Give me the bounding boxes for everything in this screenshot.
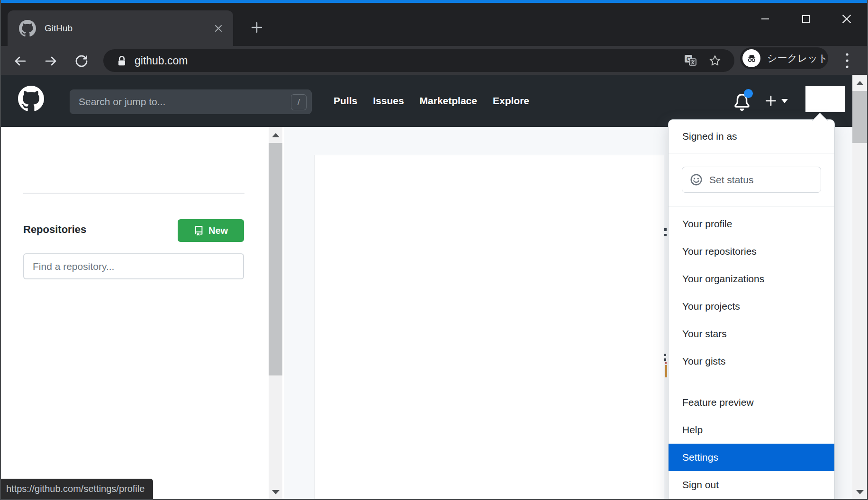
search-shortcut-hint: / (291, 94, 307, 110)
feed-card (314, 155, 664, 500)
menu-links: Your profile Your repositories Your orga… (669, 206, 834, 379)
nav-pulls[interactable]: Pulls (334, 95, 357, 107)
translate-button[interactable]: G (683, 54, 697, 68)
user-dropdown-menu: Signed in as Set status Your profile You… (668, 119, 835, 500)
notification-dot (744, 89, 753, 98)
incognito-label: シークレット (767, 52, 828, 65)
dashboard-sidebar: Repositories New (0, 127, 269, 500)
content-fragment (665, 365, 667, 377)
menu-item-help[interactable]: Help (669, 416, 834, 444)
triangle-down-icon (856, 490, 864, 494)
scrollbar-thumb[interactable] (852, 91, 867, 143)
back-button[interactable] (12, 54, 27, 69)
status-url: https://github.com/settings/profile (6, 483, 145, 494)
menu-item-your-projects[interactable]: Your projects (669, 293, 834, 320)
menu-item-settings[interactable]: Settings (669, 444, 834, 471)
user-avatar[interactable] (805, 86, 845, 112)
minimize-icon (760, 14, 770, 24)
search-input[interactable] (70, 90, 311, 114)
signed-in-as[interactable]: Signed in as (669, 120, 834, 153)
repo-book-icon (194, 226, 204, 236)
find-repository-input[interactable] (23, 253, 244, 279)
github-logo[interactable] (18, 86, 44, 112)
nav-marketplace[interactable]: Marketplace (420, 95, 477, 107)
menu-item-your-organizations[interactable]: Your organizations (669, 265, 834, 293)
menu-item-your-stars[interactable]: Your stars (669, 320, 834, 348)
new-repo-label: New (208, 225, 228, 236)
nav-explore[interactable]: Explore (493, 95, 529, 107)
set-status-label: Set status (709, 174, 753, 186)
plus-icon (765, 95, 777, 107)
content-fragment (664, 354, 666, 356)
maximize-button[interactable] (799, 12, 813, 26)
github-search: / (70, 89, 312, 114)
triangle-up-icon (272, 133, 280, 137)
page-scrollbar[interactable] (852, 75, 867, 500)
url-text: github.com (135, 54, 683, 67)
incognito-icon (745, 52, 758, 65)
forward-icon (44, 54, 58, 68)
triangle-down-icon (272, 490, 280, 494)
reload-icon (74, 54, 89, 68)
forward-button[interactable] (44, 54, 59, 69)
status-bar: https://github.com/settings/profile (1, 479, 153, 499)
new-repo-button[interactable]: New (178, 219, 244, 242)
new-tab-button[interactable] (247, 18, 266, 37)
lock-icon[interactable] (117, 55, 127, 66)
smiley-icon (690, 173, 703, 186)
incognito-badge: シークレット (740, 47, 828, 69)
back-icon (13, 54, 27, 68)
nav-issues[interactable]: Issues (373, 95, 404, 107)
close-window-button[interactable] (840, 12, 854, 26)
content-fragment (664, 228, 667, 231)
triangle-up-icon (856, 81, 864, 85)
caret-down-icon (781, 99, 788, 103)
browser-menu-button[interactable] (841, 50, 854, 71)
set-status-section: Set status (669, 153, 834, 206)
content-fragment (665, 362, 667, 364)
window-top-accent (0, 0, 868, 3)
incognito-avatar (742, 49, 760, 67)
scroll-up-button[interactable] (269, 127, 282, 143)
browser-window: GitHub github.com G (0, 0, 868, 500)
repositories-heading: Repositories (23, 223, 86, 236)
browser-tab[interactable]: GitHub (8, 10, 233, 46)
scrollbar-thumb[interactable] (269, 143, 282, 375)
scroll-down-button[interactable] (269, 484, 282, 500)
content-fragment (664, 358, 666, 361)
github-nav: Pulls Issues Marketplace Explore (334, 75, 529, 127)
scroll-up-button[interactable] (852, 75, 867, 91)
menu-item-your-profile[interactable]: Your profile (669, 210, 834, 238)
menu-item-your-repositories[interactable]: Your repositories (669, 238, 834, 265)
sidebar-divider (23, 193, 244, 194)
translate-icon: G (684, 54, 697, 67)
kebab-menu-icon (845, 52, 849, 69)
minimize-button[interactable] (758, 12, 772, 26)
bookmark-star-button[interactable] (708, 54, 722, 68)
reload-button[interactable] (74, 54, 89, 69)
tab-close-button[interactable] (211, 21, 226, 36)
menu-item-your-gists[interactable]: Your gists (669, 348, 834, 375)
window-controls (758, 8, 861, 30)
star-icon (708, 54, 722, 67)
menu-footer-links: Feature preview Help Settings Sign out (669, 379, 834, 500)
url-bar[interactable]: github.com G (103, 49, 734, 72)
plus-icon (251, 21, 263, 34)
content-fragment (664, 234, 667, 236)
close-icon (214, 24, 223, 33)
menu-item-sign-out[interactable]: Sign out (669, 471, 834, 499)
sidebar-scrollbar[interactable] (269, 127, 282, 500)
create-new-button[interactable] (765, 95, 788, 107)
maximize-icon (801, 14, 811, 24)
tab-title: GitHub (45, 23, 211, 34)
set-status-button[interactable]: Set status (682, 167, 821, 193)
menu-item-feature-preview[interactable]: Feature preview (669, 389, 834, 416)
close-icon (841, 14, 852, 24)
github-favicon-icon (19, 20, 36, 37)
scroll-down-button[interactable] (852, 484, 867, 500)
tab-strip: GitHub (0, 3, 868, 46)
